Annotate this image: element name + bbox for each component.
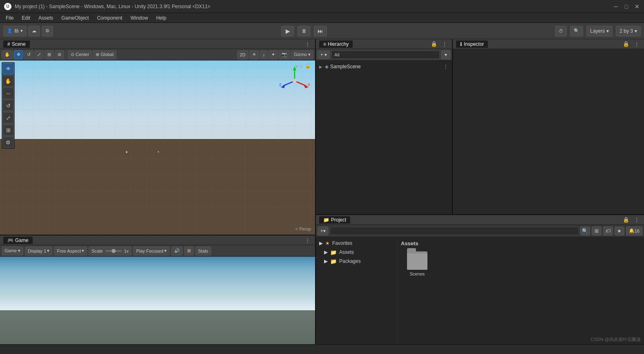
scene-panel-menu[interactable]: ⋮ xyxy=(304,40,312,48)
perspective-label: < Persp xyxy=(295,226,311,231)
project-panel-menu[interactable]: ⋮ xyxy=(633,216,641,224)
lighting-toggle[interactable]: ☀ xyxy=(249,50,259,59)
game-toolbar: Game ▾ Display 1 ▾ Free Aspect ▾ Scale 1… xyxy=(0,245,315,257)
aspect-dropdown[interactable]: Free Aspect ▾ xyxy=(54,246,87,255)
scene-rotate-tool[interactable]: ↺ xyxy=(2,100,14,111)
hierarchy-tab[interactable]: ≡ Hierarchy xyxy=(319,40,353,48)
play-focused-dropdown[interactable]: Play Focused ▾ xyxy=(133,246,170,255)
hand-tool[interactable]: ✋ xyxy=(2,50,13,59)
fx-toggle[interactable]: ✦ xyxy=(268,50,278,59)
project-assets[interactable]: ▶ 📁 Assets xyxy=(316,248,397,257)
global-button[interactable]: ⊕ Global xyxy=(93,50,116,59)
scale-control[interactable]: Scale 1x xyxy=(89,246,132,255)
hierarchy-add-button[interactable]: + ▾ xyxy=(318,51,330,59)
game-viewport[interactable] xyxy=(0,257,315,354)
hierarchy-item-samplescene[interactable]: ▶ ◈ SampleScene ⋮ xyxy=(316,62,452,71)
play-button[interactable]: ▶ xyxy=(281,26,294,36)
hierarchy-panel-menu[interactable]: ⋮ xyxy=(441,40,449,48)
chevron-right-icon: ▶ xyxy=(324,249,328,255)
history-button[interactable]: ⏱ xyxy=(555,26,567,36)
pivot-button[interactable]: ⊙ Center xyxy=(68,50,92,59)
scene-hand-tool[interactable]: ✋ xyxy=(2,75,14,87)
menu-assets[interactable]: Assets xyxy=(35,14,56,22)
camera-toggle[interactable]: 📷 xyxy=(279,50,290,59)
hierarchy-item-menu[interactable]: ⋮ xyxy=(443,63,449,70)
search-button[interactable]: 🔍 xyxy=(570,26,583,36)
step-icon: ⏭ xyxy=(318,28,323,34)
scene-viewport[interactable]: 👁 ✋ ↔ ↺ ⤢ ⊞ ⚙ ≡ 🔒 xyxy=(0,60,315,235)
scene-rect-tool[interactable]: ⊞ xyxy=(2,124,14,136)
move-tool[interactable]: ✥ xyxy=(14,50,23,59)
project-star-btn[interactable]: ★ xyxy=(615,226,624,235)
account-button[interactable]: 👤 杨 ▾ xyxy=(3,26,27,36)
project-packages[interactable]: ▶ 📁 Packages xyxy=(316,257,397,266)
menu-edit[interactable]: Edit xyxy=(18,14,34,22)
game-sky xyxy=(0,257,315,315)
hierarchy-tab-bar: ≡ Hierarchy 🔒 ⋮ xyxy=(316,39,452,49)
inspector-lock-icon[interactable]: 🔒 xyxy=(621,40,631,48)
inspector-tab[interactable]: ℹ Inspector xyxy=(456,40,488,48)
hierarchy-search[interactable] xyxy=(331,51,440,59)
layers-dropdown[interactable]: Layers ▾ xyxy=(586,26,613,36)
project-lock-icon[interactable]: 🔒 xyxy=(621,216,631,224)
assets-label: Assets xyxy=(339,249,354,255)
audio-toggle[interactable]: ♪ xyxy=(260,50,268,59)
audio-button[interactable]: 🔊 xyxy=(171,246,183,255)
step-button[interactable]: ⏭ xyxy=(314,26,327,36)
transform-tool[interactable]: ⊛ xyxy=(55,50,64,59)
cloud-button[interactable]: ☁ xyxy=(28,26,40,36)
menu-window[interactable]: Window xyxy=(127,14,151,22)
stats-button[interactable]: Stats xyxy=(195,246,211,255)
display-dropdown[interactable]: Display 1 ▾ xyxy=(25,246,52,255)
menu-help[interactable]: Help xyxy=(153,14,170,22)
game-tab[interactable]: 🎮 Game xyxy=(3,237,33,244)
chevron-right-icon: ▶ xyxy=(324,258,328,264)
project-add-button[interactable]: + ▾ xyxy=(318,226,329,235)
scene-custom-tool[interactable]: ⚙ xyxy=(2,137,14,148)
packages-label: Packages xyxy=(339,258,361,264)
maximize-button[interactable]: □ xyxy=(624,4,629,9)
game-panel-menu[interactable]: ⋮ xyxy=(304,236,312,244)
hierarchy-filter-button[interactable]: ▾ xyxy=(441,50,450,59)
scene-point-2 xyxy=(158,151,159,152)
2d-toggle[interactable]: 2D xyxy=(237,50,248,59)
play-icon: ▶ xyxy=(286,28,290,34)
scene-view-tool[interactable]: 👁 xyxy=(2,63,14,74)
scene-grid-svg xyxy=(0,60,315,235)
audio-icon: 🔊 xyxy=(174,248,180,253)
menu-file[interactable]: File xyxy=(2,14,17,22)
hierarchy-arrow: ▶ xyxy=(319,65,322,69)
hierarchy-lock-icon[interactable]: 🔒 xyxy=(429,40,439,48)
project-columns-btn[interactable]: ⊞ xyxy=(592,226,602,235)
collab-button[interactable]: ⚙ xyxy=(42,26,53,36)
project-tab[interactable]: 📁 Project xyxy=(319,216,350,224)
project-tag-btn[interactable]: 🏷 xyxy=(603,226,613,235)
pause-icon: ⏸ xyxy=(301,28,307,34)
assets-folder-icon: 📁 xyxy=(330,249,337,255)
project-search-icon-btn[interactable]: 🔍 xyxy=(580,226,590,235)
scale-tool[interactable]: ⤢ xyxy=(34,50,44,59)
scene-tab[interactable]: # Scene xyxy=(3,40,30,48)
scene-scale-tool[interactable]: ⤢ xyxy=(2,112,14,123)
project-search[interactable] xyxy=(330,227,579,235)
gizmo-dropdown[interactable]: Gizmo ▾ xyxy=(291,50,313,59)
menu-gameobject[interactable]: GameObject xyxy=(58,14,92,22)
scene-icon: ◈ xyxy=(325,64,329,69)
chevron-down-icon: ▾ xyxy=(20,28,23,34)
project-folder-scenes[interactable]: Scenes xyxy=(401,250,434,278)
game-dropdown[interactable]: Game ▾ xyxy=(2,246,23,255)
grid-icon: ⊞ xyxy=(187,248,191,253)
minimize-button[interactable]: ─ xyxy=(613,4,619,9)
scene-move-tool[interactable]: ↔ xyxy=(2,87,14,99)
menu-component[interactable]: Component xyxy=(94,14,125,22)
history-icon: ⏱ xyxy=(559,29,563,34)
project-tab-icon: 📁 xyxy=(323,217,329,223)
rotate-tool[interactable]: ↺ xyxy=(24,50,34,59)
grid-button[interactable]: ⊞ xyxy=(184,246,194,255)
rect-tool[interactable]: ⊞ xyxy=(45,50,54,59)
inspector-panel-menu[interactable]: ⋮ xyxy=(633,40,641,48)
project-favorites[interactable]: ▶ ★ Favorites xyxy=(316,239,397,248)
layout-dropdown[interactable]: 2 by 3 ▾ xyxy=(616,26,641,36)
pause-button[interactable]: ⏸ xyxy=(297,26,311,36)
close-button[interactable]: ✕ xyxy=(634,4,640,9)
